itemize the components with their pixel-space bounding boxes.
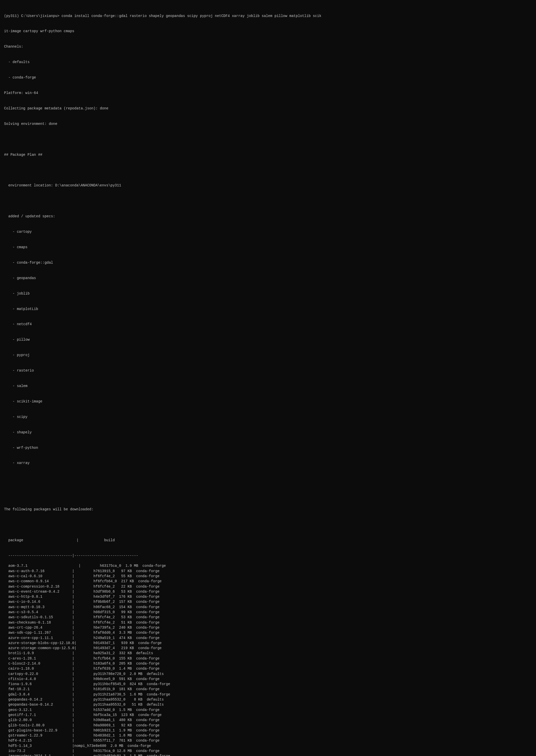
table-row: azure-storage-blobs-cpp-12.10.0| h91493d… [4,641,532,646]
table-row: aws-c-common-0.9.14 | hf6fcfb64_0 217 KB… [4,579,532,584]
table-row: azure-storage-common-cpp-12.5.0| h91493d… [4,646,532,651]
spec-shapely: - shapely [4,430,532,435]
table-row: hdf4-4.2.15 | h5557f11_7 761 KB conda-fo… [4,738,532,743]
table-row: fmt-10.2.1 | h181d51b_0 181 KB conda-for… [4,687,532,692]
table-row: gst-plugins-base-1.22.9 | h001b923_1 1.9… [4,728,532,733]
table-row: aws-c-event-stream-0.4.2 | h3df98b0_6 53… [4,589,532,594]
table-row: icu-73.2 | h63175ca_0 12.8 MB conda-forg… [4,748,532,753]
table-row: aws-c-s3-0.5.4 | h08df315_0 99 KB conda-… [4,610,532,615]
blank1 [4,137,532,142]
spec-pillow: - pillow [4,337,532,342]
table-row: aws-crt-cpp-26.4 | hbe739fa_2 240 KB con… [4,625,532,630]
table-row: aom-3.7.1 | h63175ca_0 1.9 MB conda-forg… [4,563,532,568]
table-row: aws-c-io-0.14.6 | hf0b8b6f_2 157 KB cond… [4,599,532,604]
spec-geopandas: - geopandas [4,275,532,281]
prompt-line2: it-image cartopy wrf-python cmaps [4,29,532,34]
channel-conda-forge: - conda-forge [4,75,532,80]
spec-matplotlib: - matplotLib [4,306,532,311]
table-row: glib-2.80.0 | h39d0aa6_1 480 KB conda-fo… [4,717,532,723]
blank2 [4,168,532,173]
pkg-plan-header: ## Package Plan ## [4,152,532,157]
collecting: Collecting package metadata (repodata.js… [4,106,532,111]
table-row: c-ares-1.28.1 | hcfcfb64_0 155 KB conda-… [4,656,532,661]
terminal: (py311) C:\Users\jixianpu> conda install… [4,3,532,563]
added-specs: added / updated specs: [4,214,532,219]
table-row: gstreamer-1.22.9 | hb4038d2_1 1.8 MB con… [4,733,532,738]
col-header-build: build [104,538,115,542]
spec-rasterio: - rasterio [4,368,532,373]
spec-joblib: - joblib [4,291,532,296]
table-row: cairo-1.18.0 | h1fef639_0 1.4 MB conda-f… [4,666,532,671]
spec-salem: - salem [4,384,532,389]
table-row: gdal-3.8.4 | py311h21a6730_5 1.6 MB cond… [4,692,532,697]
channel-defaults: - defaults [4,59,532,65]
table-row: geopandas-base-0.14.2 | py311haa95532_0 … [4,702,532,707]
spec-netcdf4: - netcdf4 [4,322,532,327]
table-row: geopandas-0.14.2 | py311haa95532_0 8 KB … [4,697,532,702]
blank4 [4,476,532,481]
table-row: aws-c-compression-0.2.18 | hf6fcf4e_2 22… [4,584,532,589]
table-row: fiona-1.9.6 | py311hbcf8545_0 824 KB con… [4,681,532,687]
table-separator: ------------------------------|---------… [4,553,532,558]
spec-gdal: - conda-forge::gdal [4,260,532,265]
table-row: aws-c-http-0.8.1 | h4e3df0f_7 176 KB con… [4,594,532,599]
table-row: aws-c-sdkutils-0.1.15 | hf6fcf4e_2 53 KB… [4,615,532,620]
spec-pyproj: - pyproj [4,353,532,358]
spec-xarray: - xarray [4,460,532,465]
table-row: aws-c-mqtt-0.10.3 | h96fac68_2 154 KB co… [4,605,532,610]
following-header: The following packages will be downloade… [4,507,532,512]
packages-list: aom-3.7.1 | h63175ca_0 1.9 MB conda-forg… [4,563,532,756]
table-row: imagecodecs-2024.1.1 | py311hd83dc81_3 1… [4,753,532,756]
channels-header: Channels: [4,44,532,49]
table-row: azure-core-cpp-1.11.1 | h249a519_1 474 K… [4,636,532,641]
solving: Solving environment: done [4,121,532,126]
table-row: hdf5-1.14_3 |nompi_h73e8e600 2.0 MB cond… [4,743,532,748]
table-row: cfitsio-4.4.0 | h9b0cee5_0 591 KB conda-… [4,677,532,681]
table-row: c-blosc2-2.14.0 | h183a6f4_0 205 KB cond… [4,661,532,666]
blank5 [4,491,532,496]
spec-cartopy: - cartopy [4,229,532,234]
table-row: brotli-1.0.9 | ha925a31_2 332 KB default… [4,651,532,656]
table-row: cartopy-0.22.0 | py311h786e728_0 2.0 MB … [4,672,532,677]
table-row: geotiff-1.7.1 | hbf5ca3a_15 123 KB conda… [4,712,532,717]
table-row: aws-sdk-cpp-1.11.267 | hfaf0dd0_4 3.3 MB… [4,630,532,635]
table-header: package | build [4,538,532,543]
prompt-line1: (py311) C:\Users\jixianpu> conda install… [4,14,532,18]
blank3 [4,198,532,204]
table-row: aws-checksums-0.1.18 | hf6fcf4e_2 51 KB … [4,620,532,625]
spec-wrf: - wrf-python [4,445,532,450]
platform: Platform: win-64 [4,90,532,95]
table-row: aws-c-auth-0.7.16 | h7613915_8 97 KB con… [4,569,532,574]
table-row: glib-tools-2.80.0 | h0a98069_1 92 KB con… [4,723,532,728]
env-location: environment location: D:\anaconda\ANACON… [4,183,532,188]
spec-cmaps: - cmaps [4,245,532,250]
blank6 [4,522,532,527]
col-header-pkg: package [8,538,72,542]
table-row: aws-c-cal-0.6.10 | hf6fcf4e_2 55 KB cond… [4,574,532,579]
spec-scikit-image: - scikit-image [4,399,532,404]
spec-scipy: - scipy [4,414,532,420]
table-row: geos-3.12.1 | h1537add_0 1.5 MB conda-fo… [4,708,532,712]
